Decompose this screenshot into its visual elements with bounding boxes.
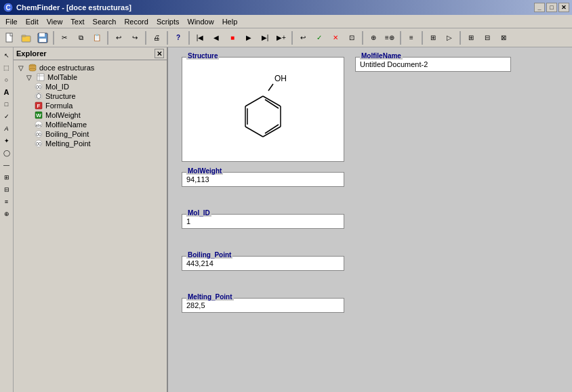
field-tool[interactable]: ⊟	[1, 184, 12, 195]
extra-tool[interactable]: ⊕	[1, 209, 12, 219]
restore-button[interactable]: ⊡	[344, 30, 359, 45]
menu-text[interactable]: Text	[66, 16, 88, 27]
star-tool[interactable]: ✦	[1, 135, 12, 146]
tree-formula[interactable]: F Formula	[15, 101, 165, 110]
molfilename-input[interactable]	[356, 58, 510, 71]
table-icon	[36, 73, 45, 81]
molweight-icon: W	[34, 111, 43, 119]
boiling-field-box: Boiling_Point	[182, 256, 344, 271]
text-tool[interactable]: A	[1, 87, 12, 97]
expand-icon-2: ▽	[24, 74, 34, 81]
cut-button[interactable]: ✂	[57, 30, 72, 45]
molid-label: Mol_ID	[186, 209, 211, 217]
next-record-button[interactable]: ▶	[241, 30, 256, 45]
structure-field-box: Structure OH	[182, 57, 344, 162]
boiling-field-label: Boiling_Point	[45, 130, 89, 138]
first-record-button[interactable]: |◀	[192, 30, 207, 45]
redo-button[interactable]: ↪	[127, 30, 142, 45]
svg-text:OH: OH	[274, 74, 287, 83]
stop-button[interactable]: ■	[225, 30, 240, 45]
print-button[interactable]: 🖨	[149, 30, 164, 45]
db-icon	[28, 64, 37, 72]
menu-search[interactable]: Search	[89, 16, 121, 27]
accept-button[interactable]: ✓	[312, 30, 327, 45]
fulltext-button[interactable]: ≡⊕	[382, 30, 397, 45]
tree-melting[interactable]: 00 Melting_Point	[15, 139, 165, 148]
undo-button[interactable]: ↩	[111, 30, 126, 45]
structure-display[interactable]: OH	[182, 58, 344, 161]
toolbar-sep-1	[53, 31, 54, 45]
copy-button[interactable]: ⧉	[73, 30, 88, 45]
melting-field-box: Melting_Point	[182, 298, 344, 313]
tree-structure[interactable]: Structure	[15, 91, 165, 101]
circle-tool[interactable]: ◯	[1, 148, 12, 158]
menu-window[interactable]: Window	[184, 16, 218, 27]
list-button[interactable]: ≡	[404, 30, 419, 45]
script-button[interactable]: ▷	[442, 30, 457, 45]
svg-text:00: 00	[36, 141, 41, 146]
select-tool[interactable]: ⬚	[1, 62, 12, 73]
tree-root[interactable]: ▽ doce estructuras	[15, 63, 165, 72]
molid-icon: 00	[34, 83, 43, 91]
title-bar-buttons: _ □ ✕	[534, 3, 569, 12]
main-layout: ↖ ⬚ ○ A □ ✓ A ✦ ◯ — ⊞ ⊟ ≡ ⊕ Explorer ✕ ▽…	[0, 47, 572, 392]
grid-tool[interactable]: ⊞	[1, 172, 12, 183]
search2-button[interactable]: ⊕	[366, 30, 381, 45]
molid-field-label: Mol_ID	[45, 83, 69, 91]
delete-button[interactable]: ✕	[328, 30, 343, 45]
menu-file[interactable]: File	[1, 16, 22, 27]
svg-line-35	[245, 96, 263, 106]
title-bar: C ChemFinder - [doce estructuras] _ □ ✕	[0, 0, 572, 15]
svg-text:F: F	[37, 103, 41, 109]
maximize-button[interactable]: □	[546, 3, 557, 12]
menu-record[interactable]: Record	[120, 16, 152, 27]
cursor-tool[interactable]: ↖	[1, 50, 12, 61]
explorer-close-button[interactable]: ✕	[155, 49, 164, 58]
open-button[interactable]	[19, 30, 34, 45]
melting-field-label: Melting_Point	[45, 139, 91, 148]
menu-view[interactable]: View	[43, 16, 67, 27]
molweight-input[interactable]	[182, 173, 344, 186]
menu-help[interactable]: Help	[218, 16, 242, 27]
tree-molweight[interactable]: W MolWeight	[15, 110, 165, 120]
menu-edit[interactable]: Edit	[22, 16, 43, 27]
font-tool[interactable]: A	[1, 123, 12, 134]
boiling-input[interactable]	[182, 257, 344, 270]
last-record-button[interactable]: ▶|	[258, 30, 272, 45]
tree-molfilename[interactable]: abc MolfileName	[15, 120, 165, 129]
save-button[interactable]	[35, 30, 50, 45]
check-tool[interactable]: ✓	[1, 111, 12, 122]
tbl-button[interactable]: ⊞	[426, 30, 441, 45]
help-button[interactable]: ?	[171, 30, 186, 45]
tree-moltable[interactable]: ▽ MolTable	[15, 72, 165, 82]
misc3-button[interactable]: ⊠	[496, 30, 511, 45]
new-button[interactable]	[3, 30, 18, 45]
svg-rect-11	[37, 74, 44, 81]
svg-line-29	[268, 84, 273, 91]
svg-rect-4	[22, 35, 26, 37]
minimize-button[interactable]: _	[534, 3, 545, 12]
prev-record-button[interactable]: ◀	[209, 30, 224, 45]
menu-scripts[interactable]: Scripts	[152, 16, 184, 27]
tree-molid[interactable]: 00 Mol_ID	[15, 82, 165, 91]
molid-input[interactable]	[182, 215, 344, 228]
melting-input[interactable]	[182, 299, 344, 312]
misc2-button[interactable]: ⊟	[480, 30, 495, 45]
line-tool[interactable]: —	[1, 160, 12, 171]
add-record-button[interactable]: ▶+	[274, 30, 289, 45]
molweight-label: MolWeight	[186, 167, 223, 175]
structure-label: Structure	[186, 52, 219, 60]
expand-icon: ▽	[16, 64, 26, 72]
misc1-button[interactable]: ⊞	[464, 30, 478, 45]
boiling-label: Boiling_Point	[186, 251, 232, 259]
svg-rect-6	[39, 33, 45, 37]
list-tool[interactable]: ≡	[1, 196, 12, 207]
lasso-tool[interactable]: ○	[1, 74, 12, 85]
close-button[interactable]: ✕	[558, 3, 569, 12]
undo2-button[interactable]: ↩	[295, 30, 310, 45]
toolbar-sep-10	[459, 31, 461, 45]
tree-boiling[interactable]: 00 Boiling_Point	[15, 129, 165, 139]
svg-text:00: 00	[36, 85, 41, 89]
box-tool[interactable]: □	[1, 99, 12, 110]
paste-button[interactable]: 📋	[89, 30, 104, 45]
